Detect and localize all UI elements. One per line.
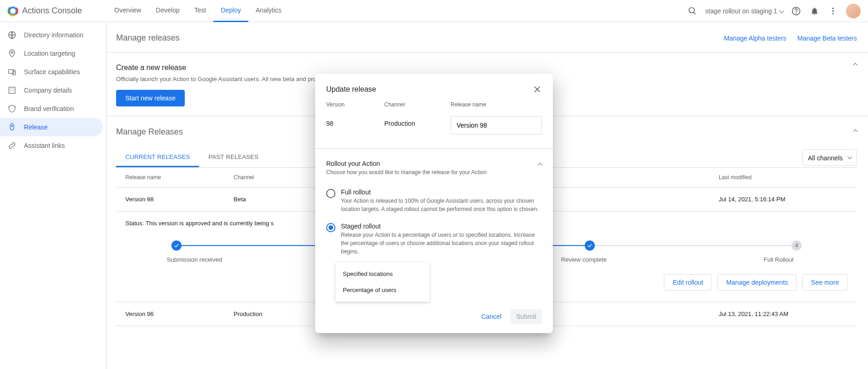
collapse-icon[interactable]	[854, 61, 857, 68]
more-icon[interactable]	[827, 6, 839, 17]
radio-desc: Your Action is released to 100% of Googl…	[341, 197, 542, 213]
nav-tab-deploy[interactable]: Deploy	[213, 0, 248, 22]
svg-line-6	[693, 12, 695, 14]
staged-rollout-dropdown: Specified locations Percentage of users	[335, 262, 429, 302]
collapse-icon[interactable]	[854, 127, 857, 135]
radio-full-rollout[interactable]: Full rollout Your Action is released to …	[326, 184, 542, 218]
channel-filter-value: All channels	[808, 154, 843, 162]
dropdown-item-locations[interactable]: Specified locations	[335, 266, 429, 282]
sidebar-item-label: Release	[24, 123, 47, 131]
tab-current-releases[interactable]: CURRENT RELEASES	[116, 148, 199, 167]
rollout-title: Rollout your Action	[326, 160, 487, 167]
nav-tab-analytics[interactable]: Analytics	[248, 0, 289, 22]
avatar[interactable]	[846, 4, 861, 18]
sidebar: Directory information Location targeting…	[0, 22, 107, 369]
modal-title: Update release	[326, 85, 376, 94]
radio-icon	[326, 223, 335, 232]
create-release-title: Create a new release	[116, 64, 857, 72]
sidebar-item-location[interactable]: Location targeting	[0, 44, 103, 63]
manage-deployments-button[interactable]: Manage deployments	[717, 274, 797, 291]
svg-point-4	[10, 8, 16, 14]
svg-point-11	[832, 13, 833, 14]
sidebar-item-label: Assistant links	[24, 142, 65, 149]
cell-name: Version 98	[125, 196, 234, 203]
channel-label: Channel	[384, 101, 451, 108]
col-release-name: Release name	[125, 174, 234, 181]
step-1-icon	[171, 240, 182, 251]
svg-point-9	[832, 7, 833, 9]
svg-point-5	[689, 7, 694, 13]
version-label: Version	[326, 101, 384, 108]
sidebar-item-label: Location targeting	[24, 50, 75, 57]
channel-value: Production	[384, 111, 451, 135]
globe-icon	[7, 30, 17, 40]
status-text: This version is approved and is currentl…	[146, 220, 274, 227]
devices-icon	[7, 67, 17, 76]
sidebar-item-label: Directory information	[24, 31, 83, 39]
manage-alpha-link[interactable]: Manage Alpha testers	[724, 35, 786, 42]
cell-modified: Jul 13, 2021, 11:22:43 AM	[719, 310, 848, 317]
project-name: stage rollout on staging 1	[705, 7, 777, 15]
sidebar-item-company[interactable]: Company details	[0, 81, 103, 100]
step-4-icon: 4	[792, 240, 802, 251]
svg-rect-16	[9, 87, 15, 93]
step-1-label: Submission received	[153, 256, 236, 263]
sidebar-item-release[interactable]: Release	[0, 118, 103, 136]
submit-button[interactable]: Submit	[510, 309, 542, 324]
release-name-label: Release name	[451, 101, 542, 108]
rollout-desc: Choose how you would like to manage the …	[326, 169, 487, 176]
release-name-input[interactable]	[451, 116, 542, 135]
notifications-icon[interactable]	[809, 6, 820, 17]
radio-label: Full rollout	[341, 188, 542, 196]
sidebar-item-links[interactable]: Assistant links	[0, 136, 103, 155]
search-icon[interactable]	[687, 6, 698, 17]
svg-point-21	[12, 125, 13, 127]
rollout-header[interactable]: Rollout your Action Choose how you would…	[326, 160, 542, 176]
nav-tab-test[interactable]: Test	[187, 0, 214, 22]
sidebar-item-directory[interactable]: Directory information	[0, 26, 103, 44]
cell-name: Version 96	[125, 310, 234, 317]
manage-beta-link[interactable]: Manage Beta testers	[798, 35, 857, 42]
nav-tab-develop[interactable]: Develop	[148, 0, 187, 22]
page-title: Manage releases	[116, 33, 180, 43]
sidebar-item-surface[interactable]: Surface capabilities	[0, 63, 103, 81]
google-logo-icon	[7, 6, 18, 17]
chevron-down-icon	[780, 9, 784, 13]
edit-rollout-button[interactable]: Edit rollout	[664, 274, 712, 291]
cell-modified: Jul 14, 2021, 5:16:14 PM	[719, 196, 848, 203]
version-value: 98	[326, 111, 384, 135]
location-icon	[7, 49, 17, 58]
svg-rect-14	[9, 70, 14, 73]
step-3-icon	[585, 240, 595, 251]
sidebar-item-brand[interactable]: Brand verification	[0, 100, 103, 118]
nav-tab-overview[interactable]: Overview	[107, 0, 148, 22]
svg-point-8	[796, 13, 797, 13]
help-icon[interactable]	[791, 6, 802, 17]
update-release-modal: Update release Version Channel Release n…	[315, 74, 553, 333]
dropdown-item-percentage[interactable]: Percentage of users	[335, 282, 429, 298]
sidebar-item-label: Company details	[24, 87, 72, 94]
console-title: Actions Console	[22, 6, 82, 16]
tab-past-releases[interactable]: PAST RELEASES	[199, 148, 268, 167]
see-more-button[interactable]: See more	[802, 274, 848, 291]
radio-label: Staged rollout	[341, 223, 542, 230]
svg-point-13	[11, 51, 13, 53]
start-release-button[interactable]: Start new release	[116, 90, 185, 106]
sidebar-item-label: Surface capabilities	[24, 68, 80, 76]
link-icon	[7, 141, 17, 150]
close-icon[interactable]	[533, 85, 542, 94]
company-icon	[7, 86, 17, 95]
svg-point-10	[832, 10, 833, 12]
sidebar-item-label: Brand verification	[24, 105, 74, 112]
rocket-icon	[7, 123, 17, 132]
shield-icon	[7, 104, 17, 113]
status-label: Status:	[125, 220, 144, 227]
nav-tabs: Overview Develop Test Deploy Analytics	[107, 0, 289, 22]
col-last-modified: Last modified	[719, 174, 848, 181]
project-selector[interactable]: stage rollout on staging 1	[705, 7, 783, 15]
radio-staged-rollout[interactable]: Staged rollout Release your Action to a …	[326, 218, 542, 260]
step-4-label: Full Rollout	[737, 256, 820, 263]
cancel-button[interactable]: Cancel	[476, 309, 507, 324]
radio-icon	[326, 189, 335, 198]
chevron-up-icon	[538, 163, 543, 168]
